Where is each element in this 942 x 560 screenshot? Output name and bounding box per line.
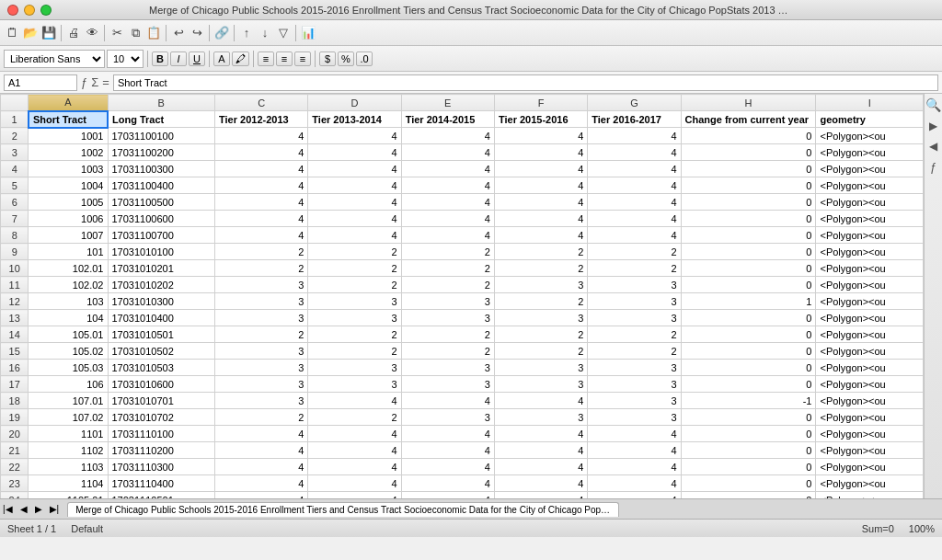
cell-D22[interactable]: 4 [308, 459, 401, 475]
cell-E5[interactable]: 4 [401, 177, 494, 194]
cell-E22[interactable]: 4 [401, 459, 494, 475]
cell-A6[interactable]: 1005 [29, 194, 108, 211]
cell-A22[interactable]: 1103 [29, 459, 108, 475]
cell-I3[interactable]: <Polygon><ou [816, 144, 924, 161]
sidebar-arrow-left-icon[interactable]: ◀ [929, 140, 937, 153]
cell-G15[interactable]: 2 [588, 343, 681, 360]
cell-C10[interactable]: 2 [215, 260, 308, 277]
cell-A15[interactable]: 105.02 [29, 343, 108, 360]
currency-button[interactable]: $ [319, 51, 336, 66]
cell-I4[interactable]: <Polygon><ou [816, 161, 924, 177]
cell-C14[interactable]: 2 [215, 326, 308, 343]
cell-C9[interactable]: 2 [215, 244, 308, 260]
cell-C8[interactable]: 4 [215, 227, 308, 244]
cell-D3[interactable]: 4 [308, 144, 401, 161]
cell-H4[interactable]: 0 [681, 161, 816, 177]
cell-G7[interactable]: 4 [588, 211, 681, 227]
col-header-H[interactable]: H [681, 95, 816, 111]
cell-D18[interactable]: 4 [308, 393, 401, 409]
cell-A7[interactable]: 1006 [29, 211, 108, 227]
cell-E21[interactable]: 4 [401, 442, 494, 459]
cell-C12[interactable]: 3 [215, 293, 308, 310]
cell-H23[interactable]: 0 [681, 475, 816, 492]
cell-G19[interactable]: 3 [588, 409, 681, 426]
maximize-button[interactable] [40, 5, 52, 16]
cell-E23[interactable]: 4 [401, 475, 494, 492]
col-header-D[interactable]: D [308, 95, 401, 111]
cell-C4[interactable]: 4 [215, 161, 308, 177]
cell-G17[interactable]: 3 [588, 376, 681, 393]
cell-D23[interactable]: 4 [308, 475, 401, 492]
cell-C5[interactable]: 4 [215, 177, 308, 194]
cell-C13[interactable]: 3 [215, 310, 308, 326]
cell-C15[interactable]: 3 [215, 343, 308, 360]
col-header-C[interactable]: C [215, 95, 308, 111]
print-icon[interactable]: 🖨 [65, 25, 82, 41]
cell-H11[interactable]: 0 [681, 277, 816, 293]
cut-icon[interactable]: ✂ [109, 25, 125, 41]
cell-B4[interactable]: 17031100300 [108, 161, 215, 177]
cell-I20[interactable]: <Polygon><ou [816, 426, 924, 442]
cell-A9[interactable]: 101 [29, 244, 108, 260]
cell-I15[interactable]: <Polygon><ou [816, 343, 924, 360]
cell-C18[interactable]: 3 [215, 393, 308, 409]
font-color-button[interactable]: A [213, 51, 230, 66]
cell-I8[interactable]: <Polygon><ou [816, 227, 924, 244]
cell-A1[interactable]: Short Tract [29, 111, 108, 128]
cell-D4[interactable]: 4 [308, 161, 401, 177]
cell-D14[interactable]: 2 [308, 326, 401, 343]
cell-I13[interactable]: <Polygon><ou [816, 310, 924, 326]
col-header-E[interactable]: E [401, 95, 494, 111]
cell-B21[interactable]: 17031110200 [108, 442, 215, 459]
cell-E17[interactable]: 3 [401, 376, 494, 393]
cell-D1[interactable]: Tier 2013-2014 [308, 111, 401, 128]
cell-C1[interactable]: Tier 2012-2013 [215, 111, 308, 128]
cell-H7[interactable]: 0 [681, 211, 816, 227]
paste-icon[interactable]: 📋 [145, 25, 162, 41]
cell-B10[interactable]: 17031010201 [108, 260, 215, 277]
cell-B23[interactable]: 17031110400 [108, 475, 215, 492]
cell-C23[interactable]: 4 [215, 475, 308, 492]
cell-B8[interactable]: 17031100700 [108, 227, 215, 244]
sort-asc-icon[interactable]: ↑ [238, 25, 255, 41]
cell-C17[interactable]: 3 [215, 376, 308, 393]
cell-I16[interactable]: <Polygon><ou [816, 360, 924, 376]
undo-icon[interactable]: ↩ [170, 25, 187, 41]
cell-H3[interactable]: 0 [681, 144, 816, 161]
cell-F20[interactable]: 4 [494, 426, 587, 442]
cell-I12[interactable]: <Polygon><ou [816, 293, 924, 310]
cell-F10[interactable]: 2 [494, 260, 587, 277]
align-left-button[interactable]: ≡ [258, 51, 274, 66]
cell-F15[interactable]: 2 [494, 343, 587, 360]
cell-E18[interactable]: 4 [401, 393, 494, 409]
col-header-G[interactable]: G [588, 95, 681, 111]
cell-G22[interactable]: 4 [588, 459, 681, 475]
cell-E1[interactable]: Tier 2014-2015 [401, 111, 494, 128]
open-icon[interactable]: 📂 [22, 25, 39, 41]
cell-G8[interactable]: 4 [588, 227, 681, 244]
cell-C22[interactable]: 4 [215, 459, 308, 475]
cell-E24[interactable]: 4 [401, 492, 494, 499]
cell-H21[interactable]: 0 [681, 442, 816, 459]
cell-G23[interactable]: 4 [588, 475, 681, 492]
cell-E13[interactable]: 3 [401, 310, 494, 326]
cell-E14[interactable]: 2 [401, 326, 494, 343]
cell-E10[interactable]: 2 [401, 260, 494, 277]
cell-C16[interactable]: 3 [215, 360, 308, 376]
cell-I19[interactable]: <Polygon><ou [816, 409, 924, 426]
cell-B12[interactable]: 17031010300 [108, 293, 215, 310]
font-name-select[interactable]: Liberation Sans [4, 50, 105, 68]
cell-E9[interactable]: 2 [401, 244, 494, 260]
cell-B11[interactable]: 17031010202 [108, 277, 215, 293]
cell-F18[interactable]: 4 [494, 393, 587, 409]
cell-A19[interactable]: 107.02 [29, 409, 108, 426]
cell-A8[interactable]: 1007 [29, 227, 108, 244]
cell-G2[interactable]: 4 [588, 128, 681, 144]
cell-B1[interactable]: Long Tract [108, 111, 215, 128]
cell-H20[interactable]: 0 [681, 426, 816, 442]
cell-E19[interactable]: 3 [401, 409, 494, 426]
cell-G12[interactable]: 3 [588, 293, 681, 310]
col-header-A[interactable]: A [29, 95, 108, 111]
sidebar-arrow-right-icon[interactable]: ▶ [929, 120, 937, 132]
cell-B6[interactable]: 17031100500 [108, 194, 215, 211]
